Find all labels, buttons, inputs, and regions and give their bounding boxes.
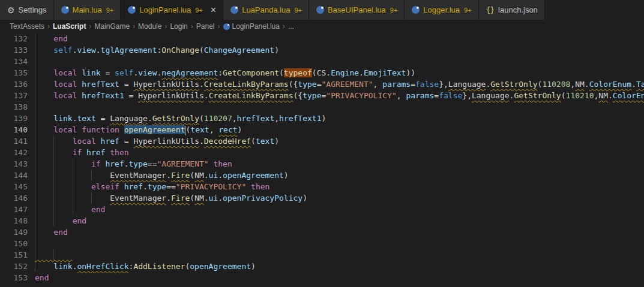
code-line[interactable]: 146 EventManager.Fire(NM.ui.openPrivacyP… [0, 192, 644, 204]
line-number[interactable]: 136 [0, 78, 28, 90]
line-number[interactable]: 152 [0, 261, 28, 272]
line-content: local function openAgreement(text, rect) [35, 124, 242, 135]
tab-loginpanel-lua[interactable]: LoginPanel.lua9+× [121, 0, 223, 20]
line-number[interactable]: 148 [0, 215, 28, 226]
tab-bar: ⚙SettingsMain.lua9+LoginPanel.lua9+×LuaP… [0, 0, 644, 20]
line-number[interactable]: 134 [0, 56, 28, 67]
line-number[interactable]: 138 [0, 101, 28, 113]
line-number[interactable]: 151 [0, 249, 28, 261]
line-content: local href = HyperlinkUtils.DecodeHref(t… [35, 135, 279, 147]
code-line[interactable]: 134 [0, 56, 644, 67]
line-number[interactable]: 137 [0, 90, 28, 101]
code-line[interactable]: 133 self.view.tglAgreement:OnChange(Chan… [0, 44, 644, 56]
line-content: end [35, 215, 86, 226]
line-number[interactable]: 153 [0, 272, 28, 283]
tab-launch-json[interactable]: {}launch.json [479, 0, 545, 20]
code-line[interactable]: 140 local function openAgreement(text, r… [0, 124, 644, 135]
breadcrumb-item-login[interactable]: Login [170, 22, 187, 31]
problems-badge: 9+ [106, 7, 114, 14]
breadcrumb-label: MainGame [94, 22, 130, 31]
chevron-right-icon: › [164, 22, 167, 31]
lua-icon [230, 6, 238, 14]
text-cursor [185, 126, 185, 135]
line-number[interactable]: 139 [0, 113, 28, 124]
tab-settings[interactable]: ⚙Settings [0, 0, 54, 20]
line-number[interactable]: 141 [0, 135, 28, 147]
breadcrumb-label: TextAssets [10, 22, 44, 31]
code-line[interactable]: 150 [0, 238, 644, 249]
line-content: if href then [35, 147, 129, 158]
chevron-right-icon: › [191, 22, 193, 31]
breadcrumb-label: Module [138, 22, 161, 31]
line-content: link.text = Language.GetStrOnly(110207,h… [35, 113, 326, 124]
code-line[interactable]: 149 end [0, 226, 644, 238]
line-content: if href.type=="AGREEMENT" then [35, 158, 232, 170]
code-line[interactable]: 152 link.onHrefClick:AddListener(openAgr… [0, 261, 644, 272]
tab-logger-lua[interactable]: Logger.lua9+ [405, 0, 478, 20]
tab-luapanda-lua[interactable]: LuaPanda.lua9+ [223, 0, 309, 20]
code-line[interactable]: 145 elseif href.type=="PRIVACYPOLICY" th… [0, 181, 644, 192]
breadcrumb-item-[interactable]: ... [288, 22, 294, 31]
code-line[interactable]: 135 local link = self.view.negAgreement:… [0, 67, 644, 78]
line-number[interactable]: 133 [0, 44, 28, 56]
line-number[interactable]: 142 [0, 147, 28, 158]
breadcrumb: TextAssets›LuaScript›MainGame›Module›Log… [0, 20, 644, 33]
code-line[interactable]: 132 end [0, 33, 644, 44]
code-line[interactable]: 151 [0, 249, 644, 261]
line-number[interactable]: 144 [0, 170, 28, 181]
breadcrumb-label: LoginPanel.lua [232, 22, 280, 31]
line-number[interactable]: 146 [0, 192, 28, 204]
tab-baseuipanel-lua[interactable]: BaseUIPanel.lua9+ [309, 0, 405, 20]
line-number[interactable]: 135 [0, 67, 28, 78]
braces-icon: {} [486, 6, 495, 14]
line-number[interactable]: 149 [0, 226, 28, 238]
line-content: elseif href.type=="PRIVACYPOLICY" then [35, 181, 269, 192]
breadcrumb-item-module[interactable]: Module [138, 22, 161, 31]
breadcrumb-item-maingame[interactable]: MainGame [94, 22, 130, 31]
lua-icon [128, 6, 136, 14]
line-content: end [35, 204, 105, 215]
code-line[interactable]: 142 if href then [0, 147, 644, 158]
breadcrumb-item-loginpanel-lua[interactable]: LoginPanel.lua [223, 22, 280, 31]
breadcrumb-label: ... [288, 22, 294, 31]
line-number[interactable]: 147 [0, 204, 28, 215]
code-area[interactable]: 132 end133 self.view.tglAgreement:OnChan… [0, 33, 644, 283]
line-content: local link = self.view.negAgreement:GetC… [35, 67, 415, 78]
code-line[interactable]: 139 link.text = Language.GetStrOnly(1102… [0, 113, 644, 124]
code-line[interactable]: 136 local hrefText = HyperlinkUtils.Crea… [0, 78, 644, 90]
line-number[interactable]: 143 [0, 158, 28, 170]
line-content: EventManager.Fire(NM.ui.openPrivacyPolic… [35, 192, 307, 204]
problems-badge: 9+ [195, 7, 203, 14]
code-line[interactable]: 144 EventManager.Fire(NM.ui.openAgreemen… [0, 170, 644, 181]
line-content: self.view.tglAgreement:OnChange(ChangeAg… [35, 44, 279, 56]
line-number[interactable]: 145 [0, 181, 28, 192]
lua-icon [316, 6, 324, 14]
breadcrumb-item-panel[interactable]: Panel [196, 22, 215, 31]
code-line[interactable]: 148 end [0, 215, 644, 226]
breadcrumb-item-luascript[interactable]: LuaScript [53, 22, 86, 31]
line-number[interactable]: 150 [0, 238, 28, 249]
chevron-right-icon: › [133, 22, 135, 31]
problems-badge: 9+ [294, 7, 302, 14]
line-number[interactable]: 132 [0, 33, 28, 44]
code-line[interactable]: 143 if href.type=="AGREEMENT" then [0, 158, 644, 170]
code-line[interactable]: 147 end [0, 204, 644, 215]
code-line[interactable]: 153end [0, 272, 644, 283]
breadcrumb-label: LuaScript [53, 22, 86, 31]
tab-label: launch.json [498, 5, 538, 14]
code-line[interactable]: 141 local href = HyperlinkUtils.DecodeHr… [0, 135, 644, 147]
tab-main-lua[interactable]: Main.lua9+ [54, 0, 121, 20]
line-content: link.onHrefClick:AddListener(openAgreeme… [35, 261, 256, 272]
chevron-right-icon: › [47, 22, 50, 31]
tab-label: BaseUIPanel.lua [328, 5, 386, 14]
chevron-right-icon: › [283, 22, 285, 31]
close-icon[interactable]: × [211, 5, 216, 15]
breadcrumb-label: Login [170, 22, 187, 31]
code-line[interactable]: 138 [0, 101, 644, 113]
chevron-right-icon: › [218, 22, 220, 31]
line-number[interactable]: 140 [0, 124, 28, 135]
chevron-right-icon: › [89, 22, 91, 31]
breadcrumb-label: Panel [196, 22, 215, 31]
breadcrumb-item-textassets[interactable]: TextAssets [10, 22, 44, 31]
code-line[interactable]: 137 local hrefText1 = HyperlinkUtils.Cre… [0, 90, 644, 101]
